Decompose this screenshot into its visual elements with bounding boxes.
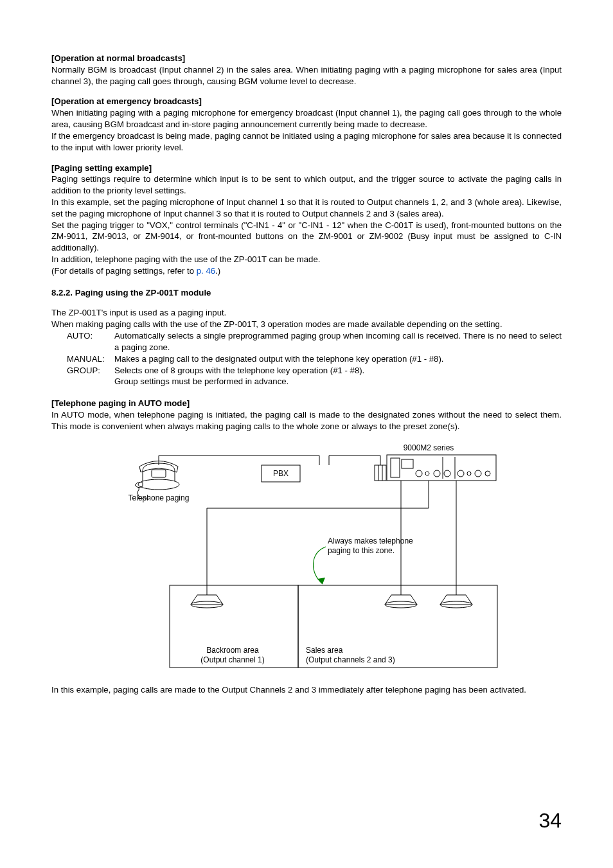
svg-point-11 [485,471,490,476]
svg-point-14 [138,479,179,490]
telephone-paging-label: Telephone paging [129,493,190,502]
mode-group-val2: Group settings must be performed in adva… [67,376,562,387]
para-emerg-2: If the emergency broadcast is being made… [51,130,562,154]
heading-paging-example: [Paging setting example] [51,163,562,174]
line-pbx-bridge [329,456,380,465]
heading-822: 8.2.2. Paging using the ZP-001T module [51,287,562,299]
para-page-1: Paging settings require to determine whi… [51,173,562,197]
para-822-2: When making paging calls with the use of… [51,319,562,330]
svg-marker-25 [440,595,472,605]
speaker-right-2 [440,585,472,608]
diagram-svg: 9000M2 series PBX [104,444,509,675]
zone-left-label-2: (Output channel 1) [200,655,264,664]
para-tel-auto-1: In AUTO mode, when telephone paging is i… [51,409,562,432]
page-number: 34 [538,807,562,835]
heading-emergency-broadcasts: [Operation at emergency broadcasts] [51,96,562,107]
link-p46[interactable]: p. 46 [197,266,215,276]
para-822-1: The ZP-001T's input is used as a paging … [51,307,562,319]
para-emerg-1: When initiating paging with a paging mic… [51,107,562,130]
mode-manual-val: Makes a paging call to the designated ou… [114,353,562,365]
svg-point-10 [475,470,481,477]
mode-manual-key: MANUAL: [67,353,114,365]
line-tel-pbx [159,456,319,465]
mode-group-val: Selects one of 8 groups with the telepho… [114,365,562,376]
diagram-wrap: 9000M2 series PBX [104,444,509,675]
svg-rect-2 [391,458,400,477]
para-page-5b: .) [215,266,220,276]
arrow-text-1: Always makes telephone [328,536,413,545]
svg-rect-3 [402,459,413,468]
mode-auto-val: Automatically selects a single preprogra… [114,330,562,353]
speaker-right-1 [385,585,417,608]
para-page-3: Set the paging trigger to "VOX," control… [51,220,562,254]
diagram-amp-label: 9000M2 series [404,444,454,452]
speaker-left [191,585,223,608]
para-closing: In this example, paging calls are made t… [51,684,562,696]
svg-point-9 [467,472,471,475]
zone-right-label-1: Sales area [306,646,343,655]
para-page-2: In this example, set the paging micropho… [51,197,562,220]
amp-box [387,455,496,481]
para-page-5a: (For details of paging settings, refer t… [51,266,197,276]
zone-right-label-2: (Output channels 2 and 3) [306,655,395,664]
para-page-4: In addition, telephone paging with the u… [51,254,562,265]
svg-rect-15 [152,470,166,477]
svg-marker-22 [385,595,417,605]
pbx-label: PBX [273,469,289,478]
svg-point-6 [434,470,440,477]
zone-left-label-1: Backroom area [206,646,259,655]
svg-marker-19 [191,595,223,605]
connector-box [375,465,386,481]
heading-normal-broadcasts: [Operation at normal broadcasts] [51,53,562,64]
mode-auto-key: AUTO: [67,330,114,353]
para-page-5: (For details of paging settings, refer t… [51,265,562,277]
mode-group-key: GROUP: [67,365,114,376]
svg-point-8 [458,470,464,477]
svg-point-5 [425,472,429,475]
svg-point-7 [444,470,450,477]
arrow-text-2: paging to this zone. [328,546,395,555]
svg-point-4 [416,470,422,477]
heading-tel-auto: [Telephone paging in AUTO mode] [51,398,562,409]
para-normal-body: Normally BGM is broadcast (Input channel… [51,64,562,87]
